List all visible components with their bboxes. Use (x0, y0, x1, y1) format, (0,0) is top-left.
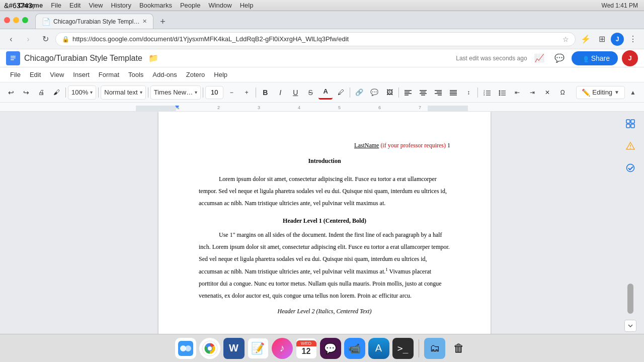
menu-edit[interactable]: Edit (26, 69, 45, 80)
decrease-indent-button[interactable]: ⇤ (510, 85, 524, 100)
dock-itunes-icon[interactable]: ♪ (272, 338, 293, 359)
new-tab-button[interactable]: + (155, 15, 170, 29)
dock-slack-icon[interactable]: 💬 (320, 338, 341, 359)
paint-format-button[interactable]: 🖌 (49, 85, 63, 100)
dock-calendar-icon[interactable]: WED 12 (296, 338, 317, 359)
clear-formatting-button[interactable]: ✕ (540, 85, 554, 100)
dock-terminal-icon[interactable]: >_ (392, 338, 414, 359)
menu-file[interactable]: File (6, 69, 25, 80)
show-history-icon[interactable]: 📈 (531, 50, 547, 66)
menu-tools[interactable]: Tools (124, 69, 147, 80)
dock-finder-window-icon[interactable]: 🗂 (424, 338, 445, 359)
document-title[interactable]: Chicago/Turabian Style Template (24, 54, 142, 63)
window-close-button[interactable] (4, 17, 10, 23)
menu-window[interactable]: Window (208, 2, 231, 9)
menu-help[interactable]: Help (240, 2, 254, 9)
align-right-button[interactable] (431, 85, 445, 100)
increase-indent-button[interactable]: ⇥ (525, 85, 539, 100)
right-panel-grid-icon[interactable] (622, 116, 638, 132)
zoom-chevron-icon: ▾ (90, 89, 93, 95)
right-panel-check-icon[interactable] (622, 160, 638, 176)
tab-favicon-icon: 📄 (42, 18, 50, 26)
address-input[interactable]: 🔒 https://docs.google.com/document/d/1Yj… (55, 32, 576, 46)
right-panel-warning-icon[interactable] (622, 138, 638, 154)
paragraph-style-chevron-icon: ▾ (140, 89, 142, 95)
scrollbar-thumb[interactable] (627, 284, 633, 314)
font-size-decrease-button[interactable]: − (224, 85, 238, 100)
menu-file[interactable]: File (51, 2, 61, 9)
chrome-insights-icon[interactable]: ⚡ (579, 32, 593, 46)
back-button[interactable]: ‹ (4, 32, 18, 46)
menu-format[interactable]: Format (95, 69, 123, 80)
italic-button[interactable]: I (273, 85, 287, 100)
highlight-button[interactable]: 🖊 (334, 85, 348, 100)
menu-addons[interactable]: Add-ons (148, 69, 181, 80)
editing-mode-chevron-icon: ▼ (614, 89, 619, 95)
dock-appstore-icon[interactable]: A (368, 338, 389, 359)
text-color-button[interactable]: A (318, 85, 333, 100)
font-size-increase-button[interactable]: + (239, 85, 254, 100)
font-dropdown[interactable]: Times New… ▾ (150, 85, 201, 100)
zoom-dropdown[interactable]: 100% ▾ (68, 85, 96, 100)
menu-bookmarks[interactable]: Bookmarks (139, 2, 172, 9)
bullet-list-button[interactable] (495, 85, 509, 100)
browser-tab-active[interactable]: 📄 Chicago/Turabian Style Templ… ✕ (35, 14, 153, 29)
window-minimize-button[interactable] (13, 17, 19, 23)
toolbar-collapse-button[interactable]: ▲ (626, 85, 640, 100)
undo-button[interactable]: ↩ (4, 85, 18, 100)
window-maximize-button[interactable] (22, 17, 28, 23)
dock-word-icon[interactable]: W (223, 338, 245, 359)
insert-comment-button[interactable]: 💬 (367, 85, 381, 100)
align-left-button[interactable] (401, 85, 415, 100)
menu-help[interactable]: Help (210, 69, 231, 80)
print-button[interactable]: 🖨 (34, 85, 48, 100)
insert-image-button[interactable]: 🖼 (382, 85, 396, 100)
bold-button[interactable]: B (258, 85, 272, 100)
menu-people[interactable]: People (180, 2, 200, 9)
font-chevron-icon: ▾ (195, 89, 197, 95)
dock-finder-icon[interactable] (175, 338, 196, 359)
special-char-button[interactable]: Ω (555, 85, 570, 100)
editing-mode-dropdown[interactable]: ✏️ Editing ▼ (576, 86, 625, 99)
insert-link-button[interactable]: 🔗 (352, 85, 366, 100)
chrome-menu-icon[interactable]: ⋮ (626, 32, 640, 46)
forward-button[interactable]: › (21, 32, 35, 46)
svg-point-28 (499, 92, 501, 94)
chrome-user-avatar[interactable]: J (611, 33, 624, 46)
share-button[interactable]: 👥 Share (572, 51, 618, 65)
paragraph-style-dropdown[interactable]: Normal text ▾ (101, 85, 145, 100)
menu-view[interactable]: View (46, 69, 68, 80)
menu-view[interactable]: View (89, 2, 103, 9)
bookmark-icon[interactable]: ☆ (562, 35, 569, 43)
align-center-button[interactable] (416, 85, 430, 100)
apple-icon[interactable]: &#63743; (4, 2, 34, 10)
justify-button[interactable] (446, 85, 460, 100)
tab-close-button[interactable]: ✕ (142, 18, 147, 25)
reload-button[interactable]: ↻ (38, 32, 52, 46)
numbered-list-button[interactable]: 1.2.3. (480, 85, 494, 100)
doc-scroll-area[interactable]: LastName (if your professor requires) 1 … (33, 112, 616, 334)
underline-button[interactable]: U (288, 85, 302, 100)
dock-trash-icon[interactable]: 🗑 (448, 338, 469, 359)
svg-rect-44 (626, 120, 630, 123)
dock-zoom-icon[interactable]: 📹 (344, 338, 365, 359)
redo-button[interactable]: ↪ (19, 85, 33, 100)
intro-heading: Introduction (199, 157, 450, 165)
line-spacing-button[interactable]: ↕ (461, 85, 475, 100)
scroll-to-bottom-button[interactable] (624, 320, 636, 332)
dock-chrome-icon[interactable] (199, 338, 220, 359)
toolbar-separator-2 (98, 87, 99, 98)
move-to-folder-icon[interactable]: 📁 (148, 53, 158, 63)
strikethrough-button[interactable]: S (303, 85, 317, 100)
menu-history[interactable]: History (111, 2, 131, 9)
gdocs-logo-icon (6, 51, 20, 65)
font-size-input[interactable] (205, 86, 223, 99)
dock-notes-icon[interactable]: 📝 (248, 338, 269, 359)
menu-zotero[interactable]: Zotero (182, 69, 209, 80)
svg-text:3.: 3. (484, 94, 485, 96)
chrome-sidebar-icon[interactable]: ⊞ (595, 32, 609, 46)
comments-icon[interactable]: 💬 (551, 50, 568, 66)
gdocs-user-avatar[interactable]: J (622, 50, 638, 66)
menu-insert[interactable]: Insert (69, 69, 94, 80)
menu-edit[interactable]: Edit (69, 2, 80, 9)
